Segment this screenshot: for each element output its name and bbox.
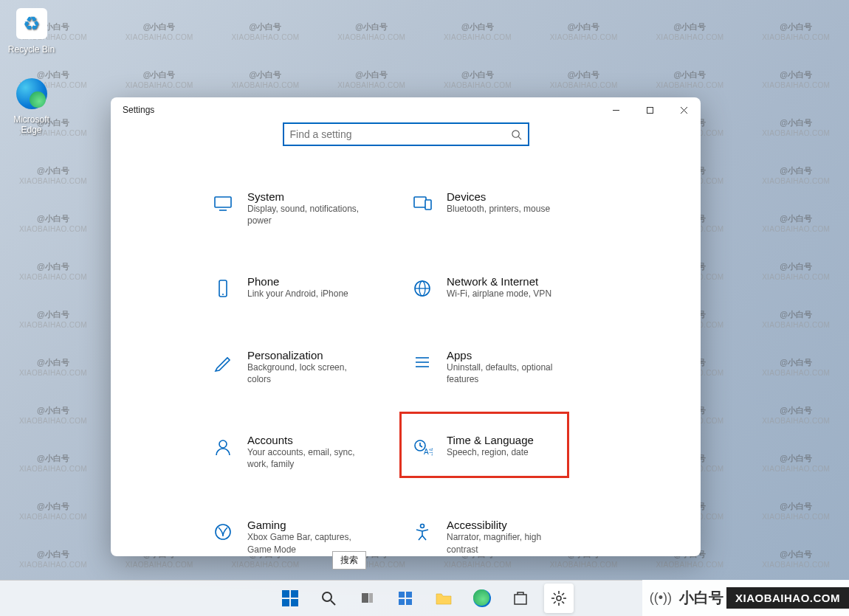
category-phone[interactable]: PhoneLink your Android, iPhone — [210, 272, 388, 302]
category-accessibility[interactable]: AccessibilityNarrator, magnifier, high c… — [410, 516, 587, 556]
category-desc: Bluetooth, printers, mouse — [447, 203, 550, 215]
svg-rect-31 — [515, 595, 526, 604]
settings-window: Settings SystemDisplay, sound, notificat… — [111, 97, 701, 556]
maximize-button[interactable] — [633, 97, 667, 122]
network-icon — [411, 277, 433, 300]
recycle-bin-label: Recycle Bin — [4, 44, 59, 55]
minimize-icon — [612, 106, 620, 114]
titlebar: Settings — [111, 97, 701, 122]
category-title: Apps — [447, 349, 572, 361]
tray-domain: XIAOBAIHAO.COM — [726, 587, 849, 609]
task-view-icon — [359, 590, 375, 606]
search-icon — [511, 129, 522, 140]
broadcast-icon: ((•)) — [642, 590, 679, 606]
category-network[interactable]: Network & InternetWi-Fi, airplane mode, … — [410, 272, 587, 302]
maximize-icon — [646, 106, 654, 114]
svg-rect-28 — [406, 592, 412, 598]
svg-line-37 — [554, 593, 556, 595]
tray-watermark: ((•)) 小白号 XIAOBAIHAO.COM — [642, 580, 849, 616]
svg-line-39 — [554, 601, 556, 603]
category-desc: Speech, region, date — [447, 446, 534, 458]
svg-point-18 — [219, 440, 227, 448]
svg-rect-27 — [399, 592, 405, 598]
category-accounts[interactable]: AccountsYour accounts, email, sync, work… — [210, 431, 388, 473]
category-title: Accounts — [247, 434, 373, 446]
svg-line-38 — [562, 601, 564, 603]
svg-line-5 — [518, 136, 521, 139]
taskbar-settings-button[interactable] — [544, 584, 574, 613]
accessibility-icon — [411, 521, 433, 543]
close-icon — [680, 106, 688, 114]
category-desc: Display, sound, notifications, power — [247, 203, 373, 226]
apps-icon — [411, 351, 433, 373]
edge-icon — [14, 76, 49, 111]
widgets-icon — [397, 590, 413, 606]
svg-point-11 — [222, 294, 224, 295]
category-desc: Link your Android, iPhone — [247, 288, 348, 300]
svg-rect-30 — [406, 599, 412, 605]
svg-rect-6 — [215, 197, 231, 207]
window-title: Settings — [123, 105, 154, 115]
svg-point-22 — [421, 525, 424, 528]
phone-icon — [212, 277, 234, 300]
taskbar-search-button[interactable] — [314, 584, 343, 613]
category-desc: Uninstall, defaults, optional features — [447, 361, 572, 385]
search-icon — [320, 590, 337, 606]
category-system[interactable]: SystemDisplay, sound, notifications, pow… — [210, 187, 388, 229]
taskbar-edge-button[interactable] — [467, 584, 497, 613]
task-view-button[interactable] — [352, 584, 382, 613]
category-title: Network & Internet — [447, 275, 551, 288]
svg-text:A字: A字 — [424, 448, 433, 456]
recycle-bin-icon: ♻ — [14, 6, 49, 41]
gear-icon — [551, 590, 567, 606]
minimize-button[interactable] — [599, 97, 633, 122]
category-apps[interactable]: AppsUninstall, defaults, optional featur… — [410, 346, 587, 388]
category-desc: Narrator, magnifier, high contrast — [447, 531, 572, 555]
widgets-button[interactable] — [391, 584, 420, 613]
close-button[interactable] — [667, 97, 701, 122]
svg-point-32 — [557, 596, 561, 601]
category-title: Accessibility — [447, 519, 572, 531]
category-title: Time & Language — [447, 434, 534, 446]
category-title: System — [247, 190, 373, 203]
search-tooltip: 搜索 — [332, 551, 366, 570]
store-icon — [512, 590, 529, 606]
desktop-icon-recycle-bin[interactable]: ♻ Recycle Bin — [4, 6, 59, 55]
svg-rect-25 — [362, 593, 368, 603]
tray-brand: 小白号 — [679, 588, 726, 608]
category-desc: Your accounts, email, sync, work, family — [247, 446, 373, 470]
category-personalization[interactable]: PersonalizationBackground, lock screen, … — [210, 346, 388, 388]
category-title: Personalization — [247, 349, 373, 361]
svg-point-21 — [216, 525, 230, 539]
start-button[interactable] — [275, 584, 305, 613]
svg-rect-26 — [369, 593, 373, 603]
settings-search[interactable] — [283, 122, 529, 146]
category-title: Gaming — [247, 519, 373, 531]
gaming-icon — [212, 521, 234, 543]
category-title: Devices — [447, 190, 550, 203]
svg-rect-29 — [399, 599, 405, 605]
accounts-icon — [212, 436, 234, 458]
svg-point-23 — [323, 592, 331, 601]
desktop-icon-edge[interactable]: Microsoft Edge — [4, 76, 59, 135]
category-title: Phone — [247, 275, 348, 288]
file-explorer-button[interactable] — [429, 584, 458, 613]
settings-categories: SystemDisplay, sound, notifications, pow… — [111, 158, 701, 556]
category-gaming[interactable]: GamingXbox Game Bar, captures, Game Mode — [210, 516, 388, 556]
svg-rect-1 — [647, 107, 653, 113]
time-icon: A字 — [411, 436, 433, 458]
svg-rect-9 — [425, 200, 431, 210]
category-devices[interactable]: DevicesBluetooth, printers, mouse — [410, 187, 587, 229]
svg-point-4 — [512, 130, 518, 136]
category-time[interactable]: A字Time & LanguageSpeech, region, date — [410, 431, 587, 473]
edge-label: Microsoft Edge — [4, 114, 59, 135]
search-input[interactable] — [284, 128, 528, 140]
category-desc: Background, lock screen, colors — [247, 361, 373, 385]
folder-icon — [435, 590, 453, 606]
system-icon — [212, 193, 234, 215]
microsoft-store-button[interactable] — [506, 584, 535, 613]
personalization-icon — [212, 351, 234, 373]
category-desc: Wi-Fi, airplane mode, VPN — [447, 288, 551, 300]
devices-icon — [411, 193, 433, 215]
svg-line-24 — [331, 601, 335, 605]
